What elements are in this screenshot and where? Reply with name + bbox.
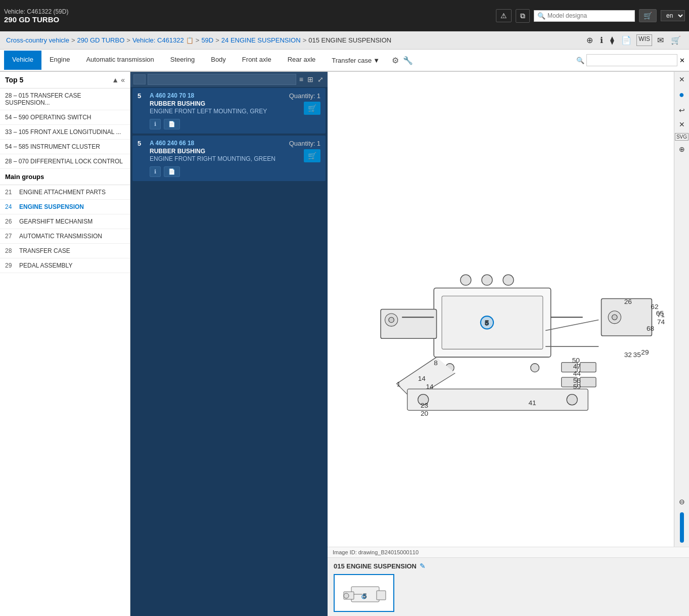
- svg-text:5: 5: [485, 319, 489, 327]
- group-num-21: 21: [5, 189, 19, 196]
- cross-icon[interactable]: ✕: [677, 119, 686, 130]
- zoom-in-diagram-icon[interactable]: ⊕: [677, 144, 686, 155]
- top-bar-right: ⚠ ⧉ 🔍 ✕ 🛒 en de fr: [496, 9, 685, 23]
- breadcrumb-59d[interactable]: 59D: [201, 36, 213, 44]
- diagram-area: 5 71 74 62 65 68 26 32 35 29 50 47 44: [328, 72, 689, 547]
- sidebar-item-29[interactable]: 29 PEDAL ASSEMBLY: [0, 258, 130, 273]
- tab-automatic-transmission[interactable]: Automatic transmission: [78, 51, 162, 70]
- tab-search-icon[interactable]: 🔍: [576, 57, 584, 64]
- highlight-active-icon[interactable]: ●: [677, 88, 686, 102]
- svg-text:1: 1: [397, 380, 401, 388]
- group-label-24: ENGINE SUSPENSION: [19, 203, 84, 210]
- breadcrumb-sep-2: >: [126, 36, 130, 44]
- add-to-cart-button-1[interactable]: 🛒: [304, 102, 320, 115]
- svg-text:35: 35: [633, 351, 641, 359]
- top5-item-3[interactable]: 33 – 105 FRONT AXLE LONGITUDINAL ...: [0, 125, 130, 140]
- svg-rect-19: [407, 389, 588, 410]
- zoom-in-icon[interactable]: ⊕: [584, 34, 595, 46]
- cart-button-top[interactable]: 🛒: [639, 9, 657, 22]
- svg-point-7: [612, 315, 618, 320]
- group-num-24: 24: [5, 203, 19, 210]
- svg-label[interactable]: SVG: [675, 133, 688, 141]
- tab-extra-icons: ⚙ 🔧: [388, 56, 417, 65]
- svg-text:14: 14: [426, 383, 434, 390]
- tab-transfer-case[interactable]: Transfer case ▼: [324, 52, 388, 69]
- top5-item-5[interactable]: 28 – 070 DIFFERENTIAL LOCK CONTROL: [0, 154, 130, 169]
- top5-item-4[interactable]: 54 – 585 INSTRUMENT CLUSTER: [0, 140, 130, 154]
- doc-icon[interactable]: 📄: [619, 34, 633, 46]
- copy-vehicle-icon[interactable]: 📋: [186, 37, 194, 44]
- tab-engine[interactable]: Engine: [41, 51, 78, 70]
- svg-text:74: 74: [657, 318, 665, 326]
- filter-icon[interactable]: ⧫: [608, 34, 616, 46]
- tab-front-axle[interactable]: Front axle: [234, 51, 280, 70]
- sidebar-item-24[interactable]: 24 ENGINE SUSPENSION: [0, 200, 130, 214]
- sidebar-item-28[interactable]: 28 TRANSFER CASE: [0, 244, 130, 258]
- scroll-indicator[interactable]: [680, 512, 684, 543]
- close-diagram-icon[interactable]: ✕: [677, 74, 686, 85]
- breadcrumb-vehicle[interactable]: Vehicle: C461322: [132, 36, 184, 44]
- edit-icon[interactable]: ✎: [420, 562, 426, 570]
- zoom-out-diagram-icon[interactable]: ⊖: [677, 496, 686, 507]
- warning-button[interactable]: ⚠: [496, 9, 512, 22]
- group-num-29: 29: [5, 262, 19, 269]
- tab-steering[interactable]: Steering: [162, 51, 203, 70]
- undo-icon[interactable]: ↩: [677, 105, 686, 116]
- top5-item-1[interactable]: 28 – 015 TRANSFER CASE SUSPENSION...: [0, 89, 130, 110]
- top-bar: Vehicle: C461322 (59D) 290 GD TURBO ⚠ ⧉ …: [0, 0, 689, 31]
- center-search-input[interactable]: [148, 74, 296, 85]
- sidebar-scroll-area: [0, 273, 130, 616]
- part-info-button-2[interactable]: ℹ: [150, 166, 161, 177]
- breadcrumb-engine-suspension[interactable]: 24 ENGINE SUSPENSION: [221, 36, 301, 44]
- top5-item-2[interactable]: 54 – 590 OPERATING SWITCH: [0, 110, 130, 125]
- group-label-21: ENGINE ATTACHMENT PARTS: [19, 189, 106, 196]
- language-select[interactable]: en de fr: [661, 10, 685, 21]
- svg-point-4: [389, 317, 394, 323]
- wis-icon[interactable]: WIS: [636, 34, 652, 46]
- thumbnail-1[interactable]: 5: [334, 574, 394, 612]
- breadcrumb-crosscountry[interactable]: Cross-country vehicle: [6, 36, 69, 44]
- svg-text:41: 41: [528, 399, 536, 407]
- part-name-desc-1: ENGINE FRONT LEFT MOUNTING, GREY: [150, 108, 285, 115]
- part-doc-button-2[interactable]: 📄: [164, 166, 180, 177]
- breadcrumb-sep-3: >: [196, 36, 200, 44]
- tab-rear-axle[interactable]: Rear axle: [280, 51, 324, 70]
- expand-icon[interactable]: ⤢: [316, 74, 325, 84]
- grid-view-icon[interactable]: ⊞: [306, 74, 314, 84]
- breadcrumb: Cross-country vehicle > 290 GD TURBO > V…: [0, 31, 689, 50]
- part-info-button-1[interactable]: ℹ: [150, 119, 161, 129]
- sidebar-top5-header: Top 5 ▲ «: [0, 72, 130, 89]
- tab-search-input[interactable]: [586, 54, 677, 66]
- part-footer-1: ℹ 📄: [132, 117, 326, 134]
- part-header-1: 5 A 460 240 70 18 RUBBER BUSHING ENGINE …: [132, 88, 326, 117]
- tab-vehicle[interactable]: Vehicle: [4, 51, 41, 70]
- add-to-cart-button-2[interactable]: 🛒: [304, 149, 320, 162]
- info-icon[interactable]: ℹ: [598, 34, 605, 46]
- svg-text:23: 23: [421, 402, 428, 409]
- breadcrumb-sep-1: >: [71, 36, 75, 44]
- svg-point-18: [503, 275, 514, 285]
- part-name-desc-2: ENGINE FRONT RIGHT MOUNTING, GREEN: [150, 155, 285, 162]
- part-doc-button-1[interactable]: 📄: [164, 119, 180, 129]
- list-view-icon[interactable]: ≡: [298, 74, 304, 84]
- color-swatch: [133, 74, 146, 84]
- svg-text:20: 20: [421, 410, 429, 417]
- collapse-icon[interactable]: «: [121, 76, 125, 84]
- close-icon[interactable]: ✕: [626, 12, 631, 20]
- part-footer-2: ℹ 📄: [132, 164, 326, 181]
- cart-icon-nav[interactable]: 🛒: [669, 34, 683, 46]
- chevron-up-icon[interactable]: ▲: [112, 76, 119, 84]
- tab-search-close-icon[interactable]: ✕: [679, 57, 685, 64]
- breadcrumb-model[interactable]: 290 GD TURBO: [77, 36, 125, 44]
- sidebar-item-26[interactable]: 26 GEARSHIFT MECHANISM: [0, 214, 130, 229]
- tools-icon[interactable]: ⚙: [392, 56, 399, 65]
- sidebar-item-27[interactable]: 27 AUTOMATIC TRANSMISSION: [0, 229, 130, 244]
- sidebar-item-21[interactable]: 21 ENGINE ATTACHMENT PARTS: [0, 185, 130, 200]
- wrench-icon[interactable]: 🔧: [403, 56, 413, 65]
- qty-label-1: Quantity: 1: [289, 92, 320, 100]
- tab-body[interactable]: Body: [203, 51, 234, 70]
- svg-point-47: [344, 593, 349, 598]
- copy-button[interactable]: ⧉: [516, 9, 530, 23]
- mail-icon[interactable]: ✉: [655, 34, 666, 46]
- model-search-input[interactable]: [547, 12, 624, 19]
